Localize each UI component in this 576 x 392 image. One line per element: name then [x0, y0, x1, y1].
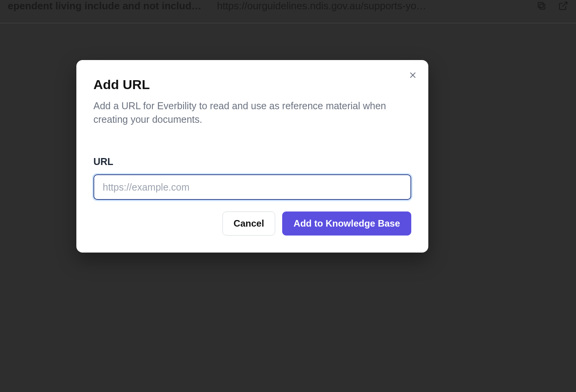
modal-title: Add URL	[93, 77, 411, 92]
close-icon	[409, 71, 417, 81]
modal-description: Add a URL for Everbility to read and use…	[93, 99, 404, 126]
add-url-modal: Add URL Add a URL for Everbility to read…	[76, 60, 428, 253]
url-input[interactable]	[93, 174, 411, 200]
close-button[interactable]	[406, 69, 420, 83]
url-field-label: URL	[93, 156, 411, 167]
cancel-button[interactable]: Cancel	[222, 211, 276, 236]
add-to-knowledge-base-button[interactable]: Add to Knowledge Base	[282, 211, 411, 236]
modal-actions: Cancel Add to Knowledge Base	[93, 211, 411, 236]
